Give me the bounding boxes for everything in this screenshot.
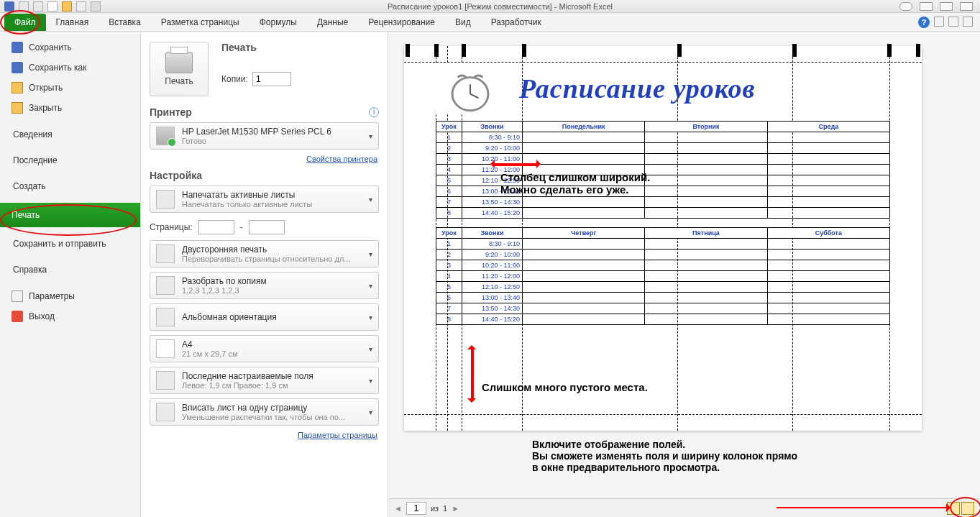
sidebar-item-label: Справка — [13, 265, 47, 275]
sidebar-item-share[interactable]: Сохранить и отправить — [0, 234, 140, 253]
margin-handle[interactable] — [434, 44, 439, 57]
table-row: 2 9:20 - 10:00 — [436, 250, 890, 260]
margin-handle[interactable] — [887, 44, 892, 57]
qat-redo-icon[interactable] — [33, 1, 43, 12]
sidebar-item-options[interactable]: Параметры — [0, 286, 140, 306]
print-button[interactable]: Печать — [150, 42, 209, 96]
table-row: 7 13:50 - 14:30 — [436, 197, 890, 208]
cell-day — [767, 208, 889, 219]
margin-line[interactable] — [404, 414, 922, 415]
papersize-select[interactable]: A4 21 см x 29,7 см — [150, 335, 379, 362]
cell-lesson: 7 — [436, 197, 462, 208]
table-row: 3 10:20 - 11:00 — [436, 260, 890, 271]
cell-lesson: 3 — [436, 260, 462, 271]
margin-handle[interactable] — [462, 44, 466, 57]
opt-label: Последние настраиваемые поля — [182, 371, 313, 381]
minimize-icon[interactable] — [920, 2, 933, 11]
qat-print-icon[interactable] — [91, 1, 101, 12]
min-ribbon-icon[interactable] — [934, 17, 944, 27]
cell-time: 13:50 - 14:30 — [462, 197, 523, 208]
close-icon[interactable] — [960, 2, 973, 11]
sidebar-item-print[interactable]: Печать — [0, 203, 140, 227]
cell-day — [645, 197, 767, 208]
sidebar-item-help[interactable]: Справка — [0, 260, 140, 279]
sidebar-item-close[interactable]: Закрыть — [0, 98, 140, 118]
cell-lesson: 2 — [436, 143, 462, 154]
maximize-icon[interactable] — [940, 2, 953, 11]
tab-review[interactable]: Рецензирование — [358, 14, 445, 31]
sidebar-item-new[interactable]: Создать — [0, 177, 140, 196]
cell-lesson: 4 — [436, 165, 462, 175]
print-scope-select[interactable]: Напечатать активные листы Напечатать тол… — [150, 186, 379, 213]
printer-select[interactable]: HP LaserJet M1530 MFP Series PCL 6 Готов… — [150, 122, 379, 150]
sidebar-item-saveas[interactable]: Сохранить как — [0, 58, 140, 78]
page-current-input[interactable] — [406, 502, 426, 515]
copies-input[interactable] — [252, 72, 291, 86]
cell-day — [523, 197, 645, 208]
scaling-select[interactable]: Вписать лист на одну страницу Уменьшение… — [150, 398, 379, 426]
opt-sublabel: Левое: 1,9 см Правое: 1,9 см — [182, 381, 313, 390]
margin-line[interactable] — [404, 62, 922, 63]
printer-icon — [165, 52, 193, 73]
cell-day — [767, 271, 889, 282]
close-doc-icon[interactable] — [963, 17, 973, 27]
col-header: Звонки — [462, 122, 523, 132]
qat-undo-icon[interactable] — [19, 1, 29, 12]
sheets-icon — [156, 190, 175, 209]
page-setup-link[interactable]: Параметры страницы — [298, 431, 377, 439]
ribbon-right: ? — [918, 17, 980, 28]
margins-select[interactable]: Последние настраиваемые поля Левое: 1,9 … — [150, 367, 379, 394]
sidebar-item-info[interactable]: Сведения — [0, 125, 140, 144]
cell-day — [523, 260, 645, 271]
restore-window-icon[interactable] — [948, 17, 958, 27]
sidebar-item-save[interactable]: Сохранить — [0, 37, 140, 58]
cell-day — [645, 271, 767, 282]
tab-home[interactable]: Главная — [46, 14, 99, 31]
tab-view[interactable]: Вид — [445, 14, 481, 31]
tab-developer[interactable]: Разработчик — [481, 14, 551, 31]
presentation-icon[interactable] — [899, 2, 912, 11]
margin-handle[interactable] — [677, 44, 682, 57]
pages-to-input[interactable] — [249, 220, 285, 234]
cell-day — [523, 239, 645, 250]
margin-handle[interactable] — [916, 44, 920, 57]
cell-day — [523, 293, 645, 303]
tab-data[interactable]: Данные — [307, 14, 358, 31]
info-icon[interactable]: i — [369, 107, 379, 117]
orientation-select[interactable]: Альбомная ориентация — [150, 303, 379, 331]
opt-sublabel: Уменьшение распечатки так, чтобы она по.… — [182, 413, 345, 421]
qat-preview-icon[interactable] — [76, 1, 86, 12]
sidebar-item-recent[interactable]: Последние — [0, 151, 140, 170]
col-header: Четверг — [523, 228, 645, 239]
printer-properties-link[interactable]: Свойства принтера — [306, 155, 377, 163]
tab-file[interactable]: Файл — [4, 14, 46, 31]
sidebar-item-open[interactable]: Открыть — [0, 78, 140, 98]
sidebar-item-exit[interactable]: Выход — [0, 306, 140, 326]
tab-layout[interactable]: Разметка страницы — [151, 14, 249, 31]
cell-time: 9:20 - 10:00 — [462, 250, 523, 260]
next-page-icon[interactable]: ► — [452, 504, 459, 513]
help-icon[interactable]: ? — [918, 17, 930, 28]
tab-insert[interactable]: Вставка — [99, 14, 151, 31]
cell-time: 9:20 - 10:00 — [462, 143, 523, 154]
margin-handle[interactable] — [522, 44, 526, 57]
cell-day — [767, 186, 889, 197]
pages-from-input[interactable] — [198, 220, 234, 234]
prev-page-icon[interactable]: ◄ — [394, 504, 402, 513]
qat-save-icon[interactable] — [4, 1, 14, 12]
qat-new-icon[interactable] — [47, 1, 58, 12]
col-header: Урок — [436, 228, 462, 239]
qat-open-icon[interactable] — [62, 1, 72, 12]
collate-select[interactable]: Разобрать по копиям 1,2,3 1,2,3 1,2,3 — [150, 272, 379, 299]
duplex-select[interactable]: Двусторонняя печать Переворачивать стран… — [150, 240, 379, 267]
zoom-page-icon[interactable] — [961, 502, 974, 515]
sidebar-item-label: Сохранить как — [29, 63, 86, 73]
schedule-content: Расписание уроков Урок Звонки Понедельни… — [436, 63, 890, 334]
table-row: 8 14:40 - 15:20 — [436, 314, 890, 325]
copies-label: Копии: — [221, 74, 248, 84]
tab-formulas[interactable]: Формулы — [249, 14, 307, 31]
opt-label: Двусторонняя печать — [182, 244, 350, 255]
margin-handle[interactable] — [792, 44, 797, 57]
margin-handle[interactable] — [406, 44, 410, 57]
options-icon — [12, 290, 23, 302]
